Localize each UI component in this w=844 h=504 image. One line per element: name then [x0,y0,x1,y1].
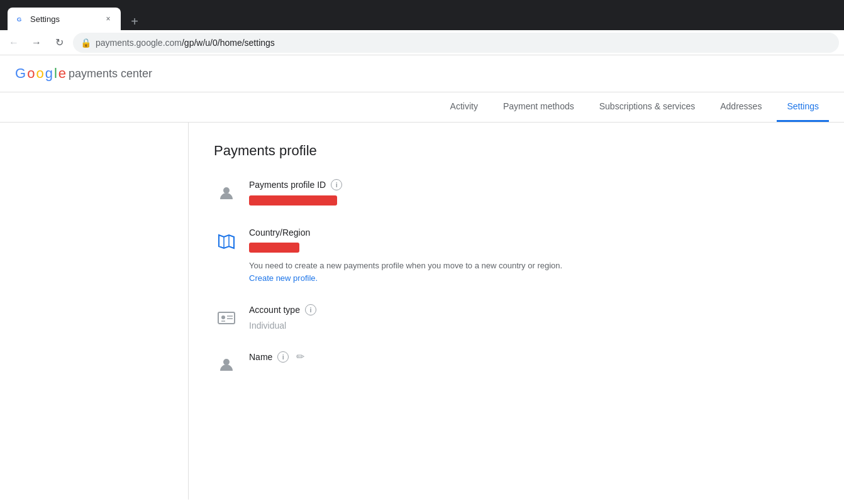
country-region-label: Country/Region [249,227,819,238]
map-icon [218,233,235,250]
logo-l: l [54,65,57,82]
profile-id-redacted-bar [249,195,337,205]
profile-id-item: Payments profile ID i [214,179,819,207]
name-content: Name i ✏ [249,351,819,368]
payments-center-text: payments center [69,67,152,80]
name-icon [214,352,239,377]
svg-rect-3 [218,312,235,324]
lock-icon: 🔒 [81,38,91,48]
tab-addresses[interactable]: Addresses [710,92,772,122]
svg-point-2 [223,187,230,194]
id-card-icon [217,309,236,327]
account-type-label: Account type i [249,304,819,315]
account-type-info-icon[interactable]: i [305,304,316,315]
person-icon [218,184,235,202]
country-note: You need to create a new payments profil… [249,260,819,284]
country-region-content: Country/Region You need to create a new … [249,227,819,284]
logo-o2: o [36,65,43,82]
name-item: Name i ✏ [214,351,819,377]
section-title: Payments profile [214,143,819,159]
tab-title: Settings [30,14,98,24]
logo-g: G [15,65,26,82]
profile-id-content: Payments profile ID i [249,179,819,207]
country-region-redacted [249,243,819,255]
content-area: Payments profile Payments profile ID i [189,123,844,500]
url-path: /gp/w/u/0/home/settings [182,38,275,48]
account-type-content: Account type i Individual [249,304,819,331]
sidebar [0,123,189,500]
profile-id-icon [214,180,239,205]
country-note-text: You need to create a new payments profil… [249,261,562,270]
reload-button[interactable]: ↻ [50,34,68,52]
tab-payment-methods[interactable]: Payment methods [493,92,584,122]
name-label: Name i ✏ [249,351,819,363]
account-type-item: Account type i Individual [214,304,819,331]
tab-close-button[interactable]: × [103,14,113,24]
profile-id-info-icon[interactable]: i [331,179,342,190]
address-bar-row: ← → ↻ 🔒 payments.google.com/gp/w/u/0/hom… [0,30,844,55]
name-label-text: Name [249,352,272,362]
logo-e: e [58,65,66,82]
tab-subscriptions[interactable]: Subscriptions & services [589,92,706,122]
tab-favicon: G [15,14,25,24]
svg-point-4 [221,315,225,319]
address-bar-container[interactable]: 🔒 payments.google.com/gp/w/u/0/home/sett… [73,33,839,53]
tab-activity[interactable]: Activity [440,92,488,122]
active-tab[interactable]: G Settings × [8,8,121,30]
google-logo: Google [15,65,66,82]
svg-point-8 [223,359,230,365]
name-info-icon[interactable]: i [277,351,289,363]
country-region-redacted-bar [249,243,299,253]
nav-tabs: Activity Payment methods Subscriptions &… [0,92,844,123]
profile-id-label-text: Payments profile ID [249,180,326,190]
profile-id-redacted [249,195,819,207]
svg-text:G: G [17,16,22,23]
account-type-icon [214,305,239,331]
forward-button[interactable]: → [28,34,45,52]
create-profile-link[interactable]: Create new profile. [249,273,318,283]
url-base: payments.google.com [96,38,182,48]
main-content: Payments profile Payments profile ID i [0,123,844,500]
country-region-label-text: Country/Region [249,227,310,238]
country-region-icon [214,229,239,254]
profile-id-label: Payments profile ID i [249,179,819,190]
tab-bar: G Settings × + [8,0,836,30]
address-text[interactable]: payments.google.com/gp/w/u/0/home/settin… [73,33,839,53]
name-edit-icon[interactable]: ✏ [296,351,304,363]
page-header: Google payments center [0,55,844,92]
logo-o1: o [27,65,35,82]
back-button[interactable]: ← [5,34,23,52]
country-region-item: Country/Region You need to create a new … [214,227,819,284]
account-type-value: Individual [249,320,819,331]
new-tab-button[interactable]: + [126,13,143,30]
name-person-icon [218,356,235,373]
browser-chrome: G Settings × + [0,0,844,30]
tab-settings[interactable]: Settings [777,92,829,122]
logo-g2: g [45,65,53,82]
account-type-label-text: Account type [249,305,300,315]
